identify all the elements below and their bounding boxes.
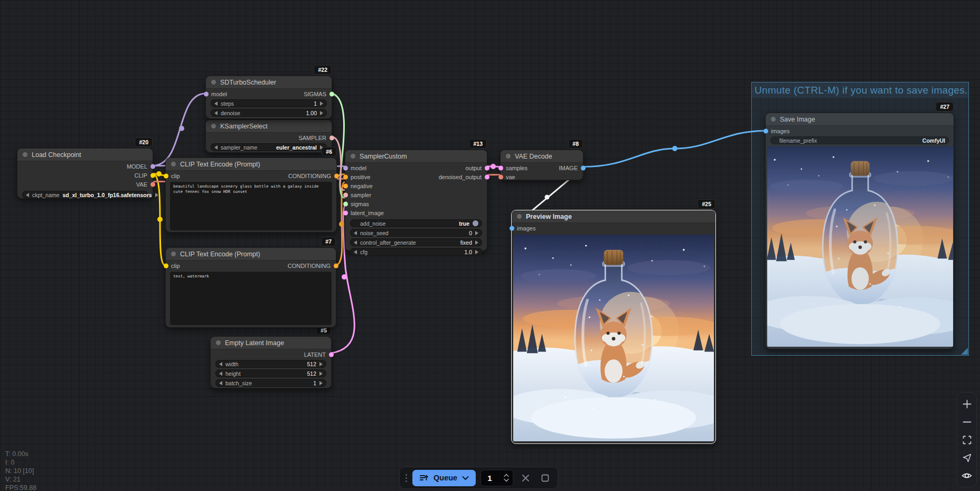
arrow-left-icon[interactable]	[354, 240, 357, 245]
output-port-vae[interactable]	[150, 182, 155, 187]
node-titlebar[interactable]: Preview Image	[512, 210, 715, 223]
input-port-model[interactable]	[204, 91, 209, 96]
node-titlebar[interactable]: SamplerCustom	[345, 150, 487, 163]
collapse-dot-icon[interactable]	[171, 162, 176, 166]
node-sampler-custom[interactable]: #13 SamplerCustom model output positive …	[345, 150, 487, 251]
arrow-right-icon[interactable]	[319, 372, 323, 376]
zoom-out-button[interactable]	[959, 414, 975, 430]
height-widget[interactable]: height 512	[215, 369, 326, 377]
output-port-model[interactable]	[150, 164, 155, 169]
node-graph-canvas[interactable]: Unmute (CTRL-M) if you want to save imag…	[0, 0, 980, 491]
collapse-dot-icon[interactable]	[211, 80, 216, 85]
input-port-model[interactable]	[343, 165, 348, 170]
arrow-left-icon[interactable]	[214, 111, 218, 115]
node-titlebar[interactable]: CLIP Text Encode (Prompt)	[166, 248, 336, 261]
arrow-right-icon[interactable]	[155, 193, 158, 197]
arrow-left-icon[interactable]	[354, 231, 357, 235]
output-port-denoised-output[interactable]	[485, 174, 489, 179]
output-port-image[interactable]	[581, 165, 586, 170]
noise-seed-widget[interactable]: noise_seed 0	[350, 229, 482, 237]
node-titlebar[interactable]: VAE Decode	[501, 150, 583, 163]
output-port-sampler[interactable]	[329, 135, 334, 140]
arrow-right-icon[interactable]	[319, 381, 323, 385]
collapse-dot-icon[interactable]	[216, 340, 221, 345]
ckpt-name-widget[interactable]: ckpt_name sd_xl_turbo_1.0_fp16.safetenso…	[22, 191, 148, 199]
clear-queue-button[interactable]	[518, 470, 533, 485]
input-port-negative[interactable]	[343, 183, 348, 188]
preview-image-output[interactable]	[513, 235, 714, 441]
chevron-down-icon[interactable]	[462, 476, 469, 480]
batch-size-widget[interactable]: batch_size 1	[215, 379, 326, 387]
output-port-sigmas[interactable]	[329, 91, 334, 96]
toolbar-drag-handle-icon[interactable]	[405, 474, 408, 482]
input-port-samples[interactable]	[498, 165, 503, 170]
collapse-dot-icon[interactable]	[211, 124, 216, 128]
node-save-image[interactable]: #27 Save Image images filename_prefix Co…	[765, 113, 954, 349]
node-preview-image[interactable]: #25 Preview Image images	[511, 210, 716, 444]
input-port-sampler[interactable]	[343, 192, 348, 197]
output-port-output[interactable]	[485, 165, 489, 170]
collapse-dot-icon[interactable]	[23, 152, 27, 157]
stop-button[interactable]	[538, 470, 552, 485]
arrow-right-icon[interactable]	[475, 250, 478, 254]
control-after-generate-widget[interactable]: control_after_generate fixed	[350, 238, 482, 246]
collapse-dot-icon[interactable]	[771, 117, 776, 122]
input-port-positive[interactable]	[343, 174, 348, 179]
queue-button[interactable]: Queue	[412, 470, 476, 486]
steps-widget[interactable]: steps 1	[211, 99, 327, 107]
node-clip-text-encode-negative[interactable]: #7 CLIP Text Encode (Prompt) clip CONDIT…	[165, 247, 336, 328]
arrow-left-icon[interactable]	[219, 362, 222, 366]
arrow-right-icon[interactable]	[475, 231, 478, 235]
node-titlebar[interactable]: SDTurboScheduler	[206, 76, 332, 89]
input-port-images[interactable]	[764, 128, 768, 133]
node-clip-text-encode-positive[interactable]: #6 CLIP Text Encode (Prompt) clip CONDIT…	[165, 158, 337, 233]
input-port-sigmas[interactable]	[343, 201, 348, 206]
add-noise-toggle[interactable]: add_noise true	[350, 219, 482, 227]
input-port-latent-image[interactable]	[343, 210, 348, 215]
input-port-images[interactable]	[510, 226, 514, 230]
zoom-in-button[interactable]	[959, 396, 975, 412]
select-mode-button[interactable]	[959, 450, 975, 466]
collapse-dot-icon[interactable]	[517, 214, 522, 219]
input-port-clip[interactable]	[164, 173, 168, 178]
denoise-widget[interactable]: denoise 1.00	[211, 109, 327, 117]
prompt-textarea[interactable]: beautiful landscape scenery glass bottle…	[170, 182, 332, 230]
node-ksampler-select[interactable]: KSamplerSelect SAMPLER sampler_name eule…	[205, 119, 332, 153]
arrow-left-icon[interactable]	[214, 101, 218, 106]
width-widget[interactable]: width 512	[215, 360, 326, 368]
stepper-down-icon[interactable]	[503, 478, 510, 482]
collapse-dot-icon[interactable]	[506, 154, 511, 159]
node-load-checkpoint[interactable]: #20 Load Checkpoint MODEL CLIP VAE ckpt_…	[17, 148, 153, 199]
stepper-up-icon[interactable]	[503, 474, 510, 477]
input-port-vae[interactable]	[498, 174, 503, 179]
output-port-latent[interactable]	[329, 352, 334, 357]
batch-count-input[interactable]: 1	[480, 470, 513, 486]
arrow-left-icon[interactable]	[219, 381, 222, 385]
node-titlebar[interactable]: Empty Latent Image	[211, 337, 331, 349]
node-titlebar[interactable]: KSamplerSelect	[206, 120, 332, 133]
toggle-knob-icon[interactable]	[473, 220, 478, 226]
output-port-clip[interactable]	[150, 173, 155, 178]
arrow-right-icon[interactable]	[320, 111, 323, 115]
arrow-right-icon[interactable]	[320, 101, 323, 106]
filename-prefix-widget[interactable]: filename_prefix ComfyUI	[770, 136, 949, 144]
toggle-link-visibility-button[interactable]	[959, 468, 975, 484]
group-titlebar[interactable]: Unmute (CTRL-M) if you want to save imag…	[752, 82, 968, 98]
arrow-left-icon[interactable]	[214, 145, 218, 150]
node-titlebar[interactable]: Save Image	[766, 113, 954, 126]
node-titlebar[interactable]: CLIP Text Encode (Prompt)	[166, 158, 336, 171]
sampler-name-widget[interactable]: sampler_name euler_ancestral	[211, 143, 327, 151]
output-port-conditioning[interactable]	[334, 263, 338, 268]
save-image-preview[interactable]	[767, 146, 953, 347]
node-vae-decode[interactable]: #8 VAE Decode samples IMAGE vae	[500, 150, 583, 180]
collapse-dot-icon[interactable]	[351, 154, 355, 159]
node-empty-latent-image[interactable]: #5 Empty Latent Image LATENT width 512 h…	[210, 336, 332, 388]
input-port-clip[interactable]	[164, 263, 168, 268]
collapse-dot-icon[interactable]	[171, 252, 176, 256]
fit-view-button[interactable]	[959, 432, 975, 448]
arrow-left-icon[interactable]	[219, 372, 222, 376]
node-sdturbo-scheduler[interactable]: #22 SDTurboScheduler model SIGMAS steps …	[205, 76, 332, 119]
arrow-left-icon[interactable]	[26, 193, 29, 197]
arrow-right-icon[interactable]	[475, 240, 478, 245]
cfg-widget[interactable]: cfg 1.0	[350, 248, 482, 256]
